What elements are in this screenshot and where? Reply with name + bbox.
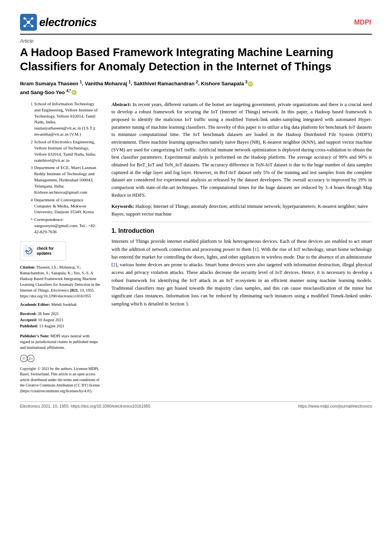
affiliations-block: 1 School of Information Technology and E… <box>20 101 101 235</box>
mdpi-logo-container: MDPI <box>354 15 372 30</box>
svg-text:©: © <box>22 357 25 361</box>
orcid-icon-yeo: D <box>71 90 76 95</box>
received-line: Received: 28 June 2021 <box>20 311 101 317</box>
accepted-date: 10 August 2021 <box>38 318 63 322</box>
published-label: Published: <box>20 324 38 328</box>
creative-commons-box: © BY <box>20 355 101 364</box>
received-date: 28 June 2021 <box>38 312 59 316</box>
author-mohanraj: Vanitha Mohanraj 1 <box>85 81 131 86</box>
author-ramachandran: Sakthivel Ramachandran 2 <box>134 81 198 86</box>
citation-label: Citation: <box>20 265 35 269</box>
footer-right: https://www.mdpi.com/journal/electronics <box>298 404 372 408</box>
dates-block: Received: 28 June 2021 Accepted: 10 Augu… <box>20 311 101 329</box>
ref-section3-link[interactable]: 3 <box>186 301 188 307</box>
abstract-label: Abstract: <box>111 102 131 107</box>
abstract-body: In recent years, different variants of t… <box>111 102 372 198</box>
author-yeo: and Sang-Soo Yeo 4,* <box>20 90 71 95</box>
author-sanapala: Kishore Sanapala 3 <box>201 81 247 86</box>
electronics-logo: electronics <box>20 14 96 31</box>
copyright-block: Copyright: © 2021 by the authors. Licens… <box>20 366 101 394</box>
orcid-icon-sanapala: D <box>248 81 253 86</box>
check-for-updates-label: check for updates <box>37 246 63 256</box>
publisher-note-label: Publisher's Note: <box>20 334 49 338</box>
svg-text:MDPI: MDPI <box>354 18 371 26</box>
abstract-text: Abstract: In recent years, different var… <box>111 101 372 199</box>
copyright-text: Copyright: © 2021 by the authors. Licens… <box>20 367 100 393</box>
received-label: Received: <box>20 312 37 316</box>
affiliation-correspondence: * Correspondence: sangsooyeo@gmail.com; … <box>31 217 101 235</box>
creative-commons-icon: © BY <box>20 355 40 362</box>
section1-text: Internets of Things provide internet ena… <box>111 237 372 307</box>
keywords-text: Hadoop; Internet of Things; anomaly dete… <box>111 204 368 217</box>
page-footer: Electronics 2021, 10, 1955. https://doi.… <box>20 401 372 408</box>
two-column-layout: 1 School of Information Technology and E… <box>20 101 372 394</box>
published-date: 13 August 2021 <box>39 324 65 328</box>
affil-num-2: 2 <box>31 139 33 163</box>
affil-num-1: 1 <box>31 101 33 138</box>
affiliation-1: 1 School of Information Technology and E… <box>31 101 101 138</box>
svg-text:BY: BY <box>28 357 33 361</box>
citation-text: Thaseen, I.S.; Mohanraj, V.; Ramachandra… <box>20 265 100 298</box>
abstract-section: Abstract: In recent years, different var… <box>111 101 372 199</box>
paper-title: A Hadoop Based Framework Integrating Mac… <box>20 45 372 73</box>
affil-text-2: School of Electronics Engineering, Vello… <box>34 139 101 163</box>
affiliation-4: 4 Department of Convergence Computer & M… <box>31 197 101 216</box>
mdpi-logo-icon: MDPI <box>354 15 372 28</box>
affil-num-star: * <box>31 217 33 235</box>
authors-line: Ikram Sumaiya Thaseen 1, Vanitha Mohanra… <box>20 79 372 96</box>
affil-text-correspondence: Correspondence: sangsooyeo@gmail.com; Te… <box>34 217 101 235</box>
affiliation-3: 3 Department of ECE, Marri Laxman Reddy … <box>31 165 101 195</box>
header-left: electronics <box>20 14 96 31</box>
section-divider <box>111 222 372 222</box>
journal-logo-icon <box>20 14 37 31</box>
check-for-updates-box[interactable]: check for updates <box>20 241 66 260</box>
left-column: 1 School of Information Technology and E… <box>20 101 101 394</box>
svg-rect-13 <box>23 245 34 256</box>
check-updates-icon <box>23 244 34 258</box>
affiliation-2: 2 School of Electronics Engineering, Vel… <box>31 139 101 163</box>
academic-editor-block: Academic Editor: Mehdi Sookhak <box>20 302 101 308</box>
footer-left: Electronics 2021, 10, 1955. https://doi.… <box>20 404 150 408</box>
accepted-label: Accepted: <box>20 318 37 322</box>
citation-block: Citation: Thaseen, I.S.; Mohanraj, V.; R… <box>20 264 101 299</box>
article-type-label: Article <box>20 38 372 44</box>
keywords-block: Keywords: Hadoop; Internet of Things; an… <box>111 203 372 218</box>
section1-heading: 1. Introduction <box>111 227 372 234</box>
author-thaseen: Ikram Sumaiya Thaseen 1 <box>20 81 82 86</box>
ref-1-link[interactable]: 1 <box>254 247 257 252</box>
journal-name: electronics <box>39 16 96 29</box>
affil-text-1: School of Information Technology and Eng… <box>34 101 101 138</box>
ref-2-link[interactable]: 2 <box>113 262 115 267</box>
affil-num-4: 4 <box>31 197 33 216</box>
page: electronics MDPI Article A Hadoop Based … <box>0 0 392 554</box>
right-column: Abstract: In recent years, different var… <box>111 101 372 394</box>
academic-editor-label: Academic Editor: <box>20 302 50 307</box>
affil-text-4: Department of Convergence Computer & Med… <box>34 197 101 216</box>
affil-text-3: Department of ECE, Marri Laxman Reddy In… <box>34 165 101 195</box>
published-line: Published: 13 August 2021 <box>20 323 101 329</box>
academic-editor-name: Mehdi Sookhak <box>51 302 76 307</box>
affil-num-3: 3 <box>31 165 33 195</box>
header: electronics MDPI <box>20 14 372 35</box>
accepted-line: Accepted: 10 August 2021 <box>20 317 101 323</box>
publisher-note-block: Publisher's Note: MDPI stays neutral wit… <box>20 333 101 350</box>
keywords-label: Keywords: <box>111 204 134 209</box>
